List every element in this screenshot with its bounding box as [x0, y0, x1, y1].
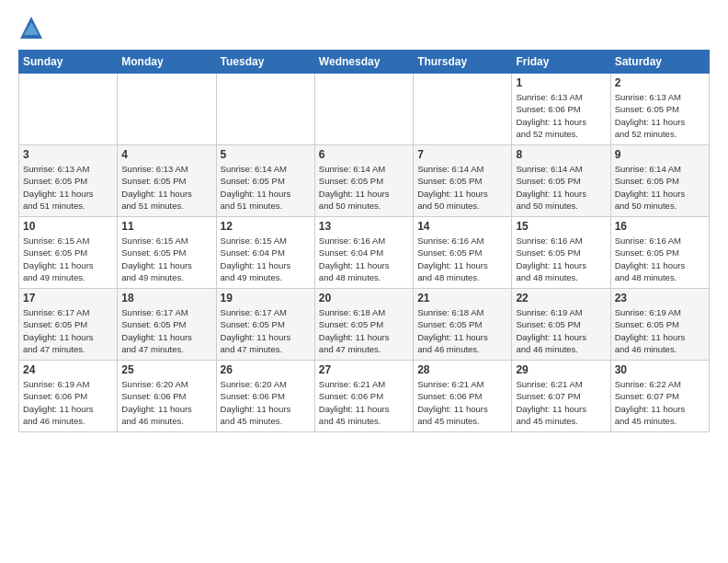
day-info: Sunrise: 6:19 AM Sunset: 6:06 PM Dayligh…: [23, 378, 113, 427]
day-info: Sunrise: 6:15 AM Sunset: 6:04 PM Dayligh…: [221, 235, 311, 283]
day-info: Sunrise: 6:15 AM Sunset: 6:05 PM Dayligh…: [121, 235, 211, 283]
calendar-cell: 6Sunrise: 6:14 AM Sunset: 6:05 PM Daylig…: [314, 145, 413, 217]
calendar-cell: 27Sunrise: 6:21 AM Sunset: 6:06 PM Dayli…: [314, 361, 413, 432]
day-info: Sunrise: 6:19 AM Sunset: 6:05 PM Dayligh…: [516, 306, 606, 355]
header: [18, 15, 710, 40]
day-info: Sunrise: 6:16 AM Sunset: 6:05 PM Dayligh…: [516, 235, 606, 283]
calendar-cell: 20Sunrise: 6:18 AM Sunset: 6:05 PM Dayli…: [314, 289, 413, 361]
calendar-cell: 23Sunrise: 6:19 AM Sunset: 6:05 PM Dayli…: [610, 289, 709, 361]
calendar-cell: 5Sunrise: 6:14 AM Sunset: 6:05 PM Daylig…: [216, 145, 314, 217]
calendar-cell: [414, 74, 512, 145]
day-number: 16: [615, 220, 705, 233]
day-info: Sunrise: 6:21 AM Sunset: 6:07 PM Dayligh…: [516, 378, 606, 427]
logo: [18, 15, 48, 40]
calendar-cell: 12Sunrise: 6:15 AM Sunset: 6:04 PM Dayli…: [216, 217, 314, 289]
day-info: Sunrise: 6:14 AM Sunset: 6:05 PM Dayligh…: [417, 163, 507, 212]
calendar-week-row: 3Sunrise: 6:13 AM Sunset: 6:05 PM Daylig…: [19, 145, 710, 217]
day-info: Sunrise: 6:13 AM Sunset: 6:05 PM Dayligh…: [615, 91, 705, 140]
calendar-cell: 11Sunrise: 6:15 AM Sunset: 6:05 PM Dayli…: [118, 217, 216, 289]
day-number: 29: [516, 363, 606, 376]
calendar-cell: [118, 74, 216, 145]
calendar-cell: 21Sunrise: 6:18 AM Sunset: 6:05 PM Dayli…: [414, 289, 512, 361]
calendar-cell: 28Sunrise: 6:21 AM Sunset: 6:06 PM Dayli…: [414, 361, 512, 432]
day-info: Sunrise: 6:14 AM Sunset: 6:05 PM Dayligh…: [221, 163, 311, 212]
calendar-cell: 24Sunrise: 6:19 AM Sunset: 6:06 PM Dayli…: [19, 361, 118, 432]
calendar-week-row: 1Sunrise: 6:13 AM Sunset: 6:06 PM Daylig…: [19, 74, 710, 145]
day-info: Sunrise: 6:20 AM Sunset: 6:06 PM Dayligh…: [121, 378, 211, 427]
day-number: 15: [516, 220, 606, 233]
day-number: 12: [221, 220, 311, 233]
calendar-cell: 13Sunrise: 6:16 AM Sunset: 6:04 PM Dayli…: [314, 217, 413, 289]
calendar-cell: 2Sunrise: 6:13 AM Sunset: 6:05 PM Daylig…: [610, 74, 709, 145]
calendar: SundayMondayTuesdayWednesdayThursdayFrid…: [18, 50, 710, 432]
day-info: Sunrise: 6:17 AM Sunset: 6:05 PM Dayligh…: [23, 306, 113, 355]
calendar-cell: 15Sunrise: 6:16 AM Sunset: 6:05 PM Dayli…: [512, 217, 610, 289]
day-info: Sunrise: 6:21 AM Sunset: 6:06 PM Dayligh…: [417, 378, 507, 427]
day-info: Sunrise: 6:14 AM Sunset: 6:05 PM Dayligh…: [516, 163, 606, 212]
day-info: Sunrise: 6:13 AM Sunset: 6:06 PM Dayligh…: [516, 91, 606, 140]
calendar-cell: 29Sunrise: 6:21 AM Sunset: 6:07 PM Dayli…: [512, 361, 610, 432]
calendar-cell: 30Sunrise: 6:22 AM Sunset: 6:07 PM Dayli…: [610, 361, 709, 432]
calendar-header-tuesday: Tuesday: [216, 51, 314, 74]
calendar-cell: 14Sunrise: 6:16 AM Sunset: 6:05 PM Dayli…: [414, 217, 512, 289]
day-number: 21: [417, 292, 507, 304]
calendar-cell: 10Sunrise: 6:15 AM Sunset: 6:05 PM Dayli…: [19, 217, 118, 289]
calendar-week-row: 17Sunrise: 6:17 AM Sunset: 6:05 PM Dayli…: [19, 289, 710, 361]
day-number: 24: [23, 363, 113, 376]
calendar-cell: 3Sunrise: 6:13 AM Sunset: 6:05 PM Daylig…: [19, 145, 118, 217]
day-number: 3: [23, 148, 113, 161]
day-info: Sunrise: 6:22 AM Sunset: 6:07 PM Dayligh…: [615, 378, 705, 427]
calendar-cell: [19, 74, 118, 145]
day-info: Sunrise: 6:13 AM Sunset: 6:05 PM Dayligh…: [121, 163, 211, 212]
day-number: 26: [221, 363, 311, 376]
day-number: 23: [615, 292, 705, 304]
calendar-cell: 25Sunrise: 6:20 AM Sunset: 6:06 PM Dayli…: [118, 361, 216, 432]
calendar-header-friday: Friday: [512, 51, 610, 74]
calendar-cell: 17Sunrise: 6:17 AM Sunset: 6:05 PM Dayli…: [19, 289, 118, 361]
calendar-week-row: 24Sunrise: 6:19 AM Sunset: 6:06 PM Dayli…: [19, 361, 710, 432]
calendar-cell: 8Sunrise: 6:14 AM Sunset: 6:05 PM Daylig…: [512, 145, 610, 217]
day-info: Sunrise: 6:14 AM Sunset: 6:05 PM Dayligh…: [615, 163, 705, 212]
calendar-header-thursday: Thursday: [414, 51, 512, 74]
day-number: 22: [516, 292, 606, 304]
day-info: Sunrise: 6:19 AM Sunset: 6:05 PM Dayligh…: [615, 306, 705, 355]
day-info: Sunrise: 6:16 AM Sunset: 6:05 PM Dayligh…: [417, 235, 507, 283]
day-info: Sunrise: 6:21 AM Sunset: 6:06 PM Dayligh…: [319, 378, 409, 427]
calendar-header-wednesday: Wednesday: [314, 51, 413, 74]
day-info: Sunrise: 6:17 AM Sunset: 6:05 PM Dayligh…: [121, 306, 211, 355]
calendar-cell: 1Sunrise: 6:13 AM Sunset: 6:06 PM Daylig…: [512, 74, 610, 145]
day-info: Sunrise: 6:20 AM Sunset: 6:06 PM Dayligh…: [221, 378, 311, 427]
day-number: 7: [417, 148, 507, 161]
day-info: Sunrise: 6:13 AM Sunset: 6:05 PM Dayligh…: [23, 163, 113, 212]
day-number: 28: [417, 363, 507, 376]
day-number: 1: [516, 76, 606, 89]
day-info: Sunrise: 6:16 AM Sunset: 6:05 PM Dayligh…: [615, 235, 705, 283]
day-number: 18: [121, 292, 211, 304]
page: SundayMondayTuesdayWednesdayThursdayFrid…: [0, 0, 728, 442]
calendar-cell: 26Sunrise: 6:20 AM Sunset: 6:06 PM Dayli…: [216, 361, 314, 432]
logo-icon: [18, 15, 44, 40]
day-info: Sunrise: 6:16 AM Sunset: 6:04 PM Dayligh…: [319, 235, 409, 283]
day-number: 10: [23, 220, 113, 233]
calendar-week-row: 10Sunrise: 6:15 AM Sunset: 6:05 PM Dayli…: [19, 217, 710, 289]
day-number: 4: [121, 148, 211, 161]
calendar-cell: 19Sunrise: 6:17 AM Sunset: 6:05 PM Dayli…: [216, 289, 314, 361]
calendar-header-monday: Monday: [118, 51, 216, 74]
day-number: 9: [615, 148, 705, 161]
day-number: 20: [319, 292, 409, 304]
calendar-cell: [314, 74, 413, 145]
day-number: 14: [417, 220, 507, 233]
day-number: 13: [319, 220, 409, 233]
calendar-cell: 16Sunrise: 6:16 AM Sunset: 6:05 PM Dayli…: [610, 217, 709, 289]
day-number: 2: [615, 76, 705, 89]
day-number: 8: [516, 148, 606, 161]
calendar-cell: 22Sunrise: 6:19 AM Sunset: 6:05 PM Dayli…: [512, 289, 610, 361]
day-number: 27: [319, 363, 409, 376]
day-number: 25: [121, 363, 211, 376]
day-number: 30: [615, 363, 705, 376]
calendar-cell: [216, 74, 314, 145]
calendar-cell: 7Sunrise: 6:14 AM Sunset: 6:05 PM Daylig…: [414, 145, 512, 217]
day-number: 11: [121, 220, 211, 233]
calendar-cell: 18Sunrise: 6:17 AM Sunset: 6:05 PM Dayli…: [118, 289, 216, 361]
calendar-header-row: SundayMondayTuesdayWednesdayThursdayFrid…: [19, 51, 710, 74]
